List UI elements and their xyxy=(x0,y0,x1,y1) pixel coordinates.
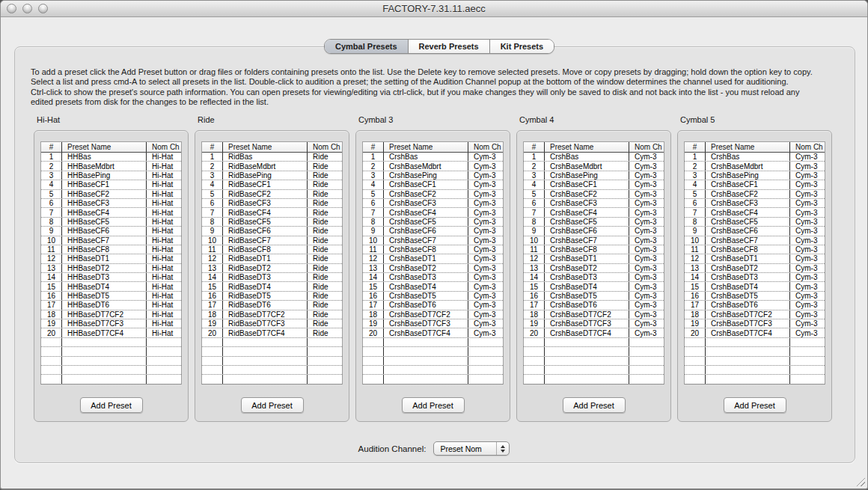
table-row-empty[interactable] xyxy=(202,338,342,347)
table-row[interactable]: 10HHBaseCF7Hi-Hat xyxy=(41,236,181,245)
table-row[interactable]: 16RidBaseDT5Ride xyxy=(202,292,342,301)
table-row[interactable]: 13CrshBaseDT2Cym-3 xyxy=(524,264,664,273)
table-row[interactable]: 17CrshBaseDT6Cym-3 xyxy=(363,301,503,310)
table-row[interactable]: 14CrshBaseDT3Cym-3 xyxy=(524,273,664,282)
table-row-empty[interactable] xyxy=(363,338,503,347)
add-preset-button[interactable]: Add Preset xyxy=(241,397,304,413)
table-row[interactable]: 12CrshBaseDT1Cym-3 xyxy=(524,254,664,263)
table-row[interactable]: 18CrshBaseDT7CF2Cym-3 xyxy=(363,310,503,319)
table-row[interactable]: 19CrshBaseDT7CF3Cym-3 xyxy=(685,319,825,328)
table-row[interactable]: 16CrshBaseDT5Cym-3 xyxy=(524,292,664,301)
preset-table[interactable]: # Preset Name Nom Ch 1CrshBasCym-32CrshB… xyxy=(523,141,664,385)
tab-cymbal-presets[interactable]: Cymbal Presets xyxy=(325,40,409,53)
preset-table[interactable]: # Preset Name Nom Ch 1CrshBasCym-32CrshB… xyxy=(684,141,825,385)
table-row[interactable]: 14CrshBaseDT3Cym-3 xyxy=(363,273,503,282)
table-row[interactable]: 20CrshBaseDT7CF4Cym-3 xyxy=(685,328,825,337)
tab-reverb-presets[interactable]: Reverb Presets xyxy=(409,40,490,53)
table-row[interactable]: 9CrshBaseCF6Cym-3 xyxy=(363,227,503,236)
table-row[interactable]: 13RidBaseDT2Ride xyxy=(202,264,342,273)
preset-table[interactable]: # Preset Name Nom Ch 1HHBasHi-Hat2HHBase… xyxy=(40,141,182,385)
table-row-empty[interactable] xyxy=(363,366,503,375)
table-row-empty[interactable] xyxy=(685,347,825,356)
tab-kit-presets[interactable]: Kit Presets xyxy=(490,40,554,53)
table-row[interactable]: 10CrshBaseCF7Cym-3 xyxy=(685,236,825,245)
table-row[interactable]: 1CrshBasCym-3 xyxy=(524,153,664,162)
table-row-empty[interactable] xyxy=(685,366,825,375)
table-row[interactable]: 12RidBaseDT1Ride xyxy=(202,254,342,263)
table-row[interactable]: 13CrshBaseDT2Cym-3 xyxy=(363,264,503,273)
table-row[interactable]: 7RidBaseCF4Ride xyxy=(202,208,342,217)
table-row[interactable]: 10RidBaseCF7Ride xyxy=(202,236,342,245)
table-row[interactable]: 13CrshBaseDT2Cym-3 xyxy=(685,264,825,273)
table-row[interactable]: 15RidBaseDT4Ride xyxy=(202,282,342,291)
table-row[interactable]: 11RidBaseCF8Ride xyxy=(202,245,342,254)
table-row[interactable]: 17CrshBaseDT6Cym-3 xyxy=(524,301,664,310)
table-row[interactable]: 19CrshBaseDT7CF3Cym-3 xyxy=(524,319,664,328)
table-row[interactable]: 14HHBaseDT3Hi-Hat xyxy=(41,273,181,282)
table-row-empty[interactable] xyxy=(685,357,825,366)
table-row[interactable]: 15CrshBaseDT4Cym-3 xyxy=(685,282,825,291)
table-row[interactable]: 3CrshBasePingCym-3 xyxy=(363,171,503,180)
table-row[interactable]: 5CrshBaseCF2Cym-3 xyxy=(685,190,825,199)
table-row[interactable]: 2CrshBaseMdbrtCym-3 xyxy=(524,162,664,171)
table-row-empty[interactable] xyxy=(524,375,664,384)
table-row-empty[interactable] xyxy=(41,366,181,375)
table-row-empty[interactable] xyxy=(363,375,503,384)
table-row[interactable]: 10CrshBaseCF7Cym-3 xyxy=(524,236,664,245)
table-row[interactable]: 3RidBasePingRide xyxy=(202,171,342,180)
table-row[interactable]: 18HHBaseDT7CF2Hi-Hat xyxy=(41,310,181,319)
table-row[interactable]: 9CrshBaseCF6Cym-3 xyxy=(685,227,825,236)
resize-grip-icon[interactable] xyxy=(855,477,865,486)
table-row[interactable]: 6CrshBaseCF3Cym-3 xyxy=(363,199,503,208)
table-row-empty[interactable] xyxy=(524,366,664,375)
table-row-empty[interactable] xyxy=(202,366,342,375)
table-row[interactable]: 9CrshBaseCF6Cym-3 xyxy=(524,227,664,236)
table-row-empty[interactable] xyxy=(685,375,825,384)
table-row[interactable]: 12CrshBaseDT1Cym-3 xyxy=(685,254,825,263)
table-row[interactable]: 4HHBaseCF1Hi-Hat xyxy=(41,180,181,189)
table-row[interactable]: 4CrshBaseCF1Cym-3 xyxy=(685,180,825,189)
preset-table[interactable]: # Preset Name Nom Ch 1RidBasRide2RidBase… xyxy=(201,141,343,385)
table-row[interactable]: 20CrshBaseDT7CF4Cym-3 xyxy=(363,328,503,337)
table-row[interactable]: 4CrshBaseCF1Cym-3 xyxy=(524,180,664,189)
table-row[interactable]: 19CrshBaseDT7CF3Cym-3 xyxy=(363,319,503,328)
table-row[interactable]: 2HHBaseMdbrtHi-Hat xyxy=(41,162,181,171)
table-row[interactable]: 6CrshBaseCF3Cym-3 xyxy=(685,199,825,208)
table-row[interactable]: 19HHBaseDT7CF3Hi-Hat xyxy=(41,319,181,328)
table-row[interactable]: 20CrshBaseDT7CF4Cym-3 xyxy=(524,328,664,337)
add-preset-button[interactable]: Add Preset xyxy=(402,397,465,413)
table-row[interactable]: 7CrshBaseCF4Cym-3 xyxy=(363,208,503,217)
table-row[interactable]: 18RidBaseDT7CF2Ride xyxy=(202,310,342,319)
table-row[interactable]: 18CrshBaseDT7CF2Cym-3 xyxy=(524,310,664,319)
table-row-empty[interactable] xyxy=(524,338,664,347)
table-row[interactable]: 13HHBaseDT2Hi-Hat xyxy=(41,264,181,273)
table-row[interactable]: 5HHBaseCF2Hi-Hat xyxy=(41,190,181,199)
table-row[interactable]: 12CrshBaseDT1Cym-3 xyxy=(363,254,503,263)
table-row[interactable]: 3CrshBasePingCym-3 xyxy=(685,171,825,180)
table-row-empty[interactable] xyxy=(363,347,503,356)
table-row[interactable]: 7HHBaseCF4Hi-Hat xyxy=(41,208,181,217)
table-row[interactable]: 8CrshBaseCF5Cym-3 xyxy=(685,218,825,227)
table-row[interactable]: 20RidBaseDT7CF4Ride xyxy=(202,328,342,337)
table-row[interactable]: 2RidBaseMdbrtRide xyxy=(202,162,342,171)
table-row[interactable]: 14CrshBaseDT3Cym-3 xyxy=(685,273,825,282)
table-row-empty[interactable] xyxy=(363,357,503,366)
table-row[interactable]: 9RidBaseCF6Ride xyxy=(202,227,342,236)
table-row[interactable]: 10CrshBaseCF7Cym-3 xyxy=(363,236,503,245)
table-row[interactable]: 4CrshBaseCF1Cym-3 xyxy=(363,180,503,189)
table-row[interactable]: 2CrshBaseMdbrtCym-3 xyxy=(685,162,825,171)
table-row[interactable]: 16HHBaseDT5Hi-Hat xyxy=(41,292,181,301)
table-row[interactable]: 5CrshBaseCF2Cym-3 xyxy=(363,190,503,199)
table-row[interactable]: 15CrshBaseDT4Cym-3 xyxy=(363,282,503,291)
table-row-empty[interactable] xyxy=(524,347,664,356)
table-row[interactable]: 6CrshBaseCF3Cym-3 xyxy=(524,199,664,208)
table-row[interactable]: 2CrshBaseMdbrtCym-3 xyxy=(363,162,503,171)
table-row-empty[interactable] xyxy=(202,375,342,384)
preset-table[interactable]: # Preset Name Nom Ch 1CrshBasCym-32CrshB… xyxy=(362,141,504,385)
table-row[interactable]: 11CrshBaseCF8Cym-3 xyxy=(685,245,825,254)
table-row[interactable]: 7CrshBaseCF4Cym-3 xyxy=(524,208,664,217)
titlebar[interactable]: FACTORY-7.31.11.aecc xyxy=(1,1,867,17)
table-row[interactable]: 9HHBaseCF6Hi-Hat xyxy=(41,227,181,236)
table-row-empty[interactable] xyxy=(685,338,825,347)
table-row-empty[interactable] xyxy=(524,357,664,366)
